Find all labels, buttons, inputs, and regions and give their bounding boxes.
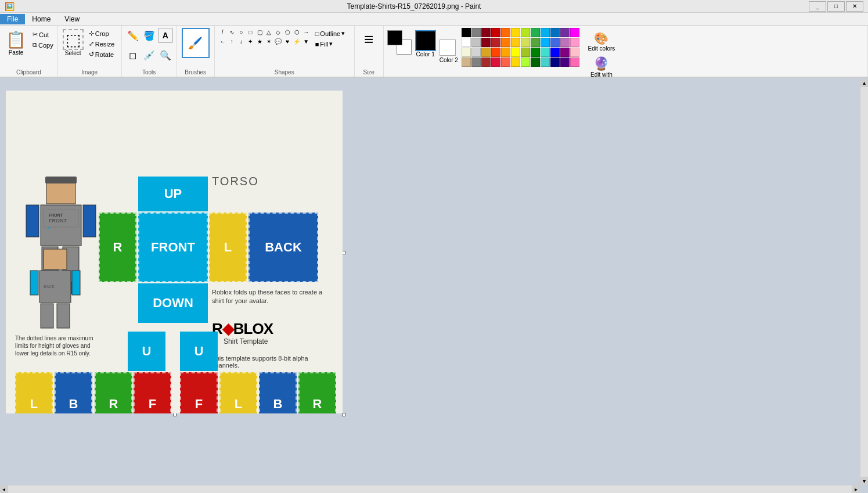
swatch-purple[interactable] [560,28,570,37]
swatch-darkgreen[interactable] [531,38,540,47]
shape-pentagon[interactable]: ⬠ [283,28,292,37]
resize-button[interactable]: ⤢ Resize [87,39,117,48]
cut-button[interactable]: ✂ Cut [31,30,55,39]
swatch-turquoise[interactable] [541,48,550,57]
swatch-tan[interactable] [462,57,471,67]
swatch-maroon[interactable] [481,38,491,47]
swatch-crimson2[interactable] [491,57,500,67]
select-button[interactable]: ⬚ Select [62,28,85,57]
swatch-lime[interactable] [521,28,530,37]
fill-button[interactable]: ■ Fill ▾ [313,39,351,48]
shape-lightning[interactable]: ⚡ [293,37,301,46]
swatch-blue[interactable] [550,28,560,37]
swatch-yellowgreen[interactable] [521,38,530,47]
scrollbar-vertical[interactable]: ▴ ▾ [860,79,868,485]
swatch-medturquoise[interactable] [541,57,550,67]
shape-rect[interactable]: □ [246,28,255,37]
swatch-orangered[interactable] [501,48,510,57]
swatch-crimson[interactable] [491,38,500,47]
shape-line[interactable]: / [218,28,227,37]
shape-roundrect[interactable]: ▢ [255,28,264,37]
shape-hexagon[interactable]: ⬡ [293,28,301,37]
close-button[interactable]: ✕ [846,1,863,12]
shape-arrow-down[interactable]: ↓ [237,37,246,46]
swatch-violet[interactable] [560,38,570,47]
shape-more[interactable]: ▼ [302,37,311,46]
eraser-tool[interactable]: ◻ [125,48,141,63]
swatch-darkgreen2[interactable] [531,57,540,67]
swatch-deeppink[interactable] [570,57,579,67]
fill-tool[interactable]: 🪣 [142,28,157,43]
scrollbar-horizontal[interactable]: ◂ ▸ [0,485,860,493]
rotate-button[interactable]: ↺ Rotate [87,50,117,59]
swatch-hotpink[interactable] [570,48,579,57]
shape-triangle[interactable]: △ [265,28,273,37]
swatch-black[interactable] [462,28,471,37]
color2-button[interactable] [440,39,456,56]
shape-arrow-right[interactable]: → [302,28,311,37]
swatch-silver[interactable] [471,48,481,57]
swatch-tomato[interactable] [491,48,500,57]
swatch-royalblue[interactable] [550,38,560,47]
shape-star6[interactable]: ✶ [265,37,273,46]
swatch-white[interactable] [462,38,471,47]
brushes-button[interactable]: 🖌️ [182,28,210,58]
shapes-label: Shapes [218,69,351,77]
copy-button[interactable]: ⧉ Copy [31,41,55,49]
swatch-red[interactable] [491,28,500,37]
maximize-button[interactable]: □ [827,1,845,12]
swatch-pink[interactable] [570,38,579,47]
text-tool[interactable]: A [158,28,173,43]
color-picker-tool[interactable]: 💉 [142,48,157,63]
swatch-chartreuse[interactable] [521,48,530,57]
shape-oval[interactable]: ○ [237,28,246,37]
swatch-cyan[interactable] [541,28,550,37]
swatch-brightyellow[interactable] [511,48,520,57]
swatch-darknavy[interactable] [550,57,560,67]
outline-button[interactable]: □ Outline ▾ [313,29,351,38]
swatch-orange[interactable] [501,28,510,37]
pencil-tool[interactable]: ✏️ [125,28,141,43]
swatch-lightgray[interactable] [471,38,481,47]
minimize-button[interactable]: _ [809,1,826,12]
swatch-darkred[interactable] [481,28,491,37]
crop-button[interactable]: ⊹ Crop [87,29,117,38]
menu-bar: File Home View [0,13,868,26]
swatch-gray[interactable] [471,28,481,37]
swatch-indigo[interactable] [560,48,570,57]
swatch-lightblue[interactable] [541,38,550,47]
menu-item-file[interactable]: File [0,14,25,24]
swatch-magenta[interactable] [570,28,579,37]
swatch-green[interactable] [531,28,540,37]
menu-item-view[interactable]: View [57,14,87,24]
swatch-gold[interactable] [511,38,520,47]
menu-item-home[interactable]: Home [25,14,57,24]
shape-star5[interactable]: ★ [255,37,264,46]
shape-arrow-up[interactable]: ↑ [228,37,236,46]
shape-arrow-left[interactable]: ← [218,37,227,46]
swatch-greenyellow[interactable] [521,57,530,67]
swatch-navy[interactable] [550,48,560,57]
shape-diamond[interactable]: ◇ [274,28,283,37]
swatch-dimgray[interactable] [471,57,481,67]
color1-button[interactable] [415,30,436,51]
swatch-goldenrod[interactable] [481,48,491,57]
swatch-beige[interactable] [462,48,471,57]
shape-heart[interactable]: ♥ [283,37,292,46]
edit-colors-button[interactable]: 🎨 Edit colors [583,30,620,53]
swatch-golden[interactable] [511,57,520,67]
paste-button[interactable]: 📋 Paste [2,28,30,58]
swatch-darkorange[interactable] [501,38,510,47]
shape-callout1[interactable]: 💬 [274,37,283,46]
color1-swatch[interactable] [387,30,402,45]
swatch-forestgreen[interactable] [531,48,540,57]
shape-star4[interactable]: ✦ [246,37,255,46]
size-button[interactable]: ≡ [362,28,376,51]
shape-curve[interactable]: ∿ [228,28,236,37]
swatch-salmon[interactable] [501,57,510,67]
swatch-yellow[interactable] [511,28,520,37]
magnify-tool[interactable]: 🔍 [158,48,173,63]
swatch-darkviolet[interactable] [560,57,570,67]
paint-canvas[interactable]: FRONT F FRONT [6,91,343,413]
swatch-brown[interactable] [481,57,491,67]
